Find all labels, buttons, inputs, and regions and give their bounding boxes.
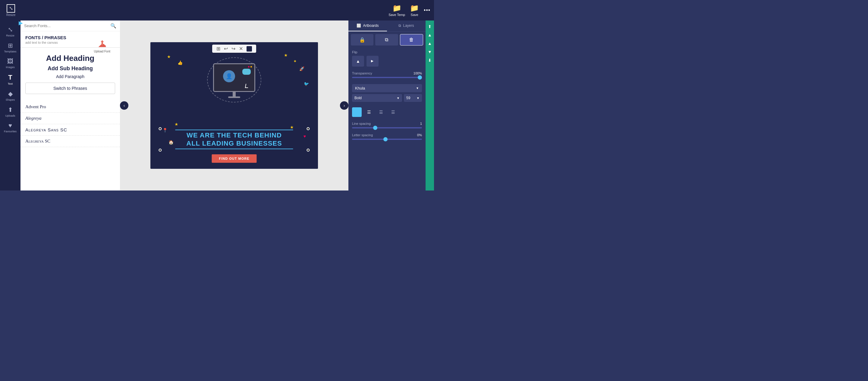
line-spacing-slider[interactable] [352,127,422,128]
add-heading-button[interactable]: Add Heading [46,54,94,63]
letter-spacing-value: 0% [417,133,422,137]
edge-bottom-button[interactable]: ⬇ [427,57,433,64]
text-options: Add Heading Add Sub Heading Add Paragrap… [21,49,120,99]
images-icon: 🖼 [7,58,13,65]
canvas-next-button[interactable]: › [340,101,348,110]
add-paragraph-button[interactable]: Add Paragraph [56,74,84,79]
topbar: ⤡ Resize 📁 Save Temp 📁 Save ••• [0,0,434,21]
save-temp-button[interactable]: 📁 Save Temp [389,4,405,17]
resize-label: Resize [6,13,16,17]
undo-icon[interactable]: ↩ [224,46,228,52]
font-family-label: Khula [355,86,416,90]
sidebar-favourites-label: Favourites [4,130,17,133]
sidebar-text-label: Text [8,82,13,85]
letter-spacing-section: Letter spacing 0% [348,131,426,143]
deco-icon2: 🚀 [299,66,304,71]
transparency-slider[interactable] [352,77,422,78]
edge-up2-button[interactable]: ▲ [427,40,433,47]
handle-br [307,149,310,152]
search-input[interactable] [24,24,110,28]
transparency-section: Transparency 100% [348,69,426,82]
sidebar-item-favourites[interactable]: ♥ Favourites [2,120,19,135]
flip-buttons: ▲ ▲ [352,56,422,67]
transparency-value: 100% [413,71,422,75]
list-item[interactable]: Advent Pro [21,101,120,113]
text-color-swatch[interactable] [352,107,362,117]
font-size-select[interactable]: 59 ▼ [404,94,422,102]
delete-icon: 🗑 [409,37,414,42]
letter-spacing-slider[interactable] [352,139,422,140]
card-headline-container: WE ARE THE TECH BEHIND ALL LEADING BUSIN… [160,130,308,149]
upload-arrow-icon: ⬆ [99,39,105,47]
lock-icon: 🔒 [359,37,365,43]
sidebar-item-text[interactable]: T Text [2,72,19,87]
line-spacing-thumb [373,126,377,130]
resize-button[interactable]: ⤡ Resize [4,3,18,18]
sidebar-resize-label: Resize [6,34,14,37]
topbar-right: 📁 Save Temp 📁 Save ••• [389,4,430,17]
font-weight-select[interactable]: Bold ▼ [352,94,402,102]
handle-bl [158,149,161,152]
font-style-row: Bold ▼ 59 ▼ [352,94,422,102]
list-item[interactable]: Alegreya SC [21,136,120,147]
switch-phrases-button[interactable]: Switch to Phrases [25,83,115,94]
search-icon[interactable]: 🔍 [110,23,116,29]
tab-layers[interactable]: ⧉ Layers [387,21,426,31]
sidebar-item-templates[interactable]: ⊞ Templates [2,40,19,55]
sidebar-item-resize[interactable]: ⤡ Resize [2,24,19,39]
line-spacing-section: Line spacing 1 [348,120,426,131]
grid-icon[interactable]: ⊞ [216,46,220,52]
save-button[interactable]: 📁 Save [410,4,419,17]
uploads-icon: ⬆ [8,106,13,113]
right-tools: 🔒 ⧉ 🗑 [348,32,426,48]
monitor-screen: 👤 [213,63,255,92]
flip-horizontal-button[interactable]: ▲ [367,56,378,67]
templates-icon: ⊞ [8,42,13,49]
delete-button[interactable]: 🗑 [400,34,423,45]
align-right-button[interactable]: ☰ [376,107,386,117]
handle-tr [307,127,310,130]
edge-down-button[interactable]: ▼ [427,48,433,56]
right-tabs: ⬜ Artboards ⧉ Layers [348,21,426,32]
chat-bubble [242,69,251,75]
deco-star4: ★ [175,122,179,127]
tab-artboards[interactable]: ⬜ Artboards [348,21,387,31]
font-weight-chevron: ▼ [397,96,400,100]
transparency-thumb [418,75,422,80]
edge-up-button[interactable]: ⬆ [427,23,433,30]
more-button[interactable]: ••• [424,7,430,13]
sidebar-item-images[interactable]: 🖼 Images [2,56,19,70]
flip-vertical-button[interactable]: ▲ [352,56,364,67]
font-weight-label: Bold [354,96,362,100]
font-family-select[interactable]: Khula ▼ [352,84,422,92]
redo-icon[interactable]: ↪ [231,46,236,52]
copy-button[interactable]: ⧉ [375,34,398,45]
deco-bird: 🐦 [304,82,309,86]
canvas-prev-button[interactable]: ‹ [120,101,128,110]
align-justify-button[interactable]: ☰ [388,107,398,117]
add-sub-heading-button[interactable]: Add Sub Heading [48,65,93,72]
list-item[interactable]: Alegreya Sans SC [21,124,120,136]
main-layout: ▶ ⤡ Resize ⊞ Templates 🖼 Images T Text ◆… [0,21,434,191]
flip-label: Flip [352,50,422,54]
sidebar-item-uploads[interactable]: ⬆ Uploads [2,104,19,119]
edge-top-button[interactable]: ▲ [427,31,433,39]
left-sidebar: ▶ ⤡ Resize ⊞ Templates 🖼 Images T Text ◆… [0,21,21,191]
right-panel: ⬜ Artboards ⧉ Layers 🔒 ⧉ 🗑 Flip [348,21,426,191]
list-item[interactable]: Alegreya [21,113,120,124]
headline-underline-top [175,130,293,130]
monitor-illustration: 👤 [204,57,264,105]
flip-section: Flip ▲ ▲ [348,48,426,69]
font-section: Khula ▼ Bold ▼ 59 ▼ [348,82,426,106]
upload-font-button[interactable]: ☁ ⬆ Upload Font [94,39,110,53]
close-icon[interactable]: ✕ [239,46,243,52]
monitor-stand [233,92,236,97]
align-center-button[interactable]: ☰ [364,107,374,117]
fonts-panel: 🔍 FONTS / PHRASES add text to the canvas… [21,21,120,191]
lock-button[interactable]: 🔒 [351,34,373,45]
cta-button[interactable]: FIND OUT MORE [212,154,257,163]
deco-star2: ★ [284,53,288,58]
panel-header: FONTS / PHRASES add text to the canvas ☁… [21,31,120,46]
color-picker-swatch[interactable] [247,46,252,52]
sidebar-item-shapes[interactable]: ◆ Shapes [2,88,19,103]
